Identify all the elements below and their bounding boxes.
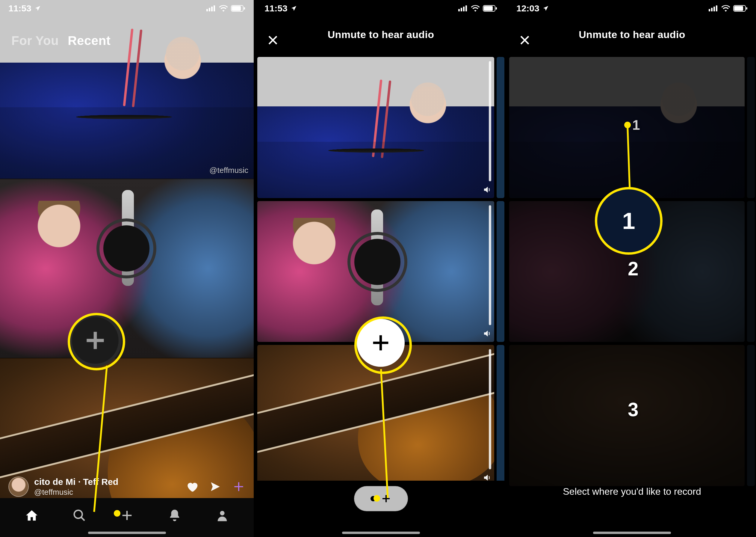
clip-grid bbox=[256, 57, 506, 486]
grid-cell-next[interactable] bbox=[497, 345, 505, 486]
grid-cell-vocals[interactable] bbox=[257, 201, 494, 342]
bottom-toolbar bbox=[256, 481, 506, 537]
screen-grid: 11:53 bbox=[256, 0, 506, 537]
svg-point-8 bbox=[220, 511, 224, 516]
modal-title: Unmute to hear audio bbox=[579, 29, 685, 40]
svg-rect-18 bbox=[713, 7, 715, 11]
clip-vocals[interactable] bbox=[0, 179, 254, 358]
cellular-signal-icon bbox=[709, 5, 718, 11]
svg-rect-11 bbox=[463, 7, 465, 11]
grid-cell-next[interactable] bbox=[747, 345, 755, 486]
speaker-icon[interactable] bbox=[482, 184, 492, 195]
post-title: cito de Mi · Teff Red bbox=[34, 477, 118, 487]
status-time: 12:03 bbox=[516, 3, 540, 14]
close-button[interactable] bbox=[264, 32, 281, 49]
grid-cell-drums[interactable] bbox=[257, 57, 494, 198]
grid-cell-guitar[interactable] bbox=[257, 345, 494, 486]
heart-icon[interactable] bbox=[185, 480, 199, 493]
svg-rect-13 bbox=[483, 5, 495, 11]
tab-for-you[interactable]: For You bbox=[11, 34, 59, 48]
battery-icon bbox=[483, 5, 497, 12]
modal-title: Unmute to hear audio bbox=[328, 29, 434, 40]
svg-point-7 bbox=[74, 510, 82, 518]
record-dot-icon bbox=[370, 496, 376, 501]
grid-cell-drums[interactable] bbox=[509, 57, 745, 198]
annotation-label-1: 1 bbox=[632, 117, 640, 133]
cell-number-1: 1 bbox=[622, 207, 635, 235]
svg-rect-21 bbox=[734, 6, 743, 11]
svg-rect-17 bbox=[711, 8, 713, 11]
battery-icon bbox=[733, 5, 748, 12]
bottom-hint: Select where you'd like to record bbox=[508, 481, 756, 537]
modal-header: Unmute to hear audio bbox=[508, 29, 756, 40]
svg-rect-16 bbox=[709, 9, 710, 11]
speaker-icon[interactable] bbox=[482, 328, 492, 339]
svg-rect-14 bbox=[484, 6, 493, 11]
tab-recent[interactable]: Recent bbox=[68, 34, 110, 48]
avatar[interactable] bbox=[8, 476, 29, 497]
screen-feed: 11:53 bbox=[0, 0, 254, 537]
grid-cell-next[interactable] bbox=[747, 201, 755, 342]
svg-rect-20 bbox=[734, 5, 745, 11]
post-user[interactable]: @teffmusic bbox=[34, 487, 118, 497]
grid-cell-guitar[interactable] bbox=[509, 345, 745, 486]
cell-number-2: 2 bbox=[628, 258, 639, 280]
status-time: 11:53 bbox=[264, 3, 287, 14]
location-arrow-icon bbox=[290, 5, 297, 12]
record-pill[interactable] bbox=[354, 486, 408, 511]
screen-select: 12:03 bbox=[508, 0, 756, 537]
status-bar: 12:03 bbox=[508, 0, 756, 15]
search-icon[interactable] bbox=[70, 506, 89, 525]
wifi-icon bbox=[471, 5, 480, 12]
wifi-icon bbox=[721, 5, 730, 12]
feed[interactable]: @teffmusic @teffmusic bbox=[0, 0, 254, 537]
feed-tabs: For You Recent bbox=[0, 34, 254, 48]
cell-number-3: 3 bbox=[628, 398, 639, 421]
volume-slider[interactable] bbox=[489, 349, 491, 469]
grid-cell-next[interactable] bbox=[497, 57, 505, 198]
svg-rect-9 bbox=[458, 9, 460, 11]
plus-icon bbox=[381, 493, 392, 504]
hint-text: Select where you'd like to record bbox=[563, 486, 701, 497]
clip-drums[interactable]: @teffmusic bbox=[0, 0, 254, 179]
cellular-signal-icon bbox=[458, 5, 468, 11]
create-icon[interactable] bbox=[117, 506, 136, 525]
selected-slot-1: 1 bbox=[595, 187, 662, 255]
home-indicator bbox=[88, 532, 166, 534]
status-bar: 11:53 bbox=[256, 0, 506, 15]
post-info-bar: cito de Mi · Teff Red @teffmusic bbox=[0, 471, 254, 502]
grid-cell-next[interactable] bbox=[747, 57, 755, 198]
svg-rect-22 bbox=[746, 7, 747, 10]
svg-rect-19 bbox=[716, 5, 717, 11]
close-button[interactable] bbox=[516, 32, 533, 49]
modal-header: Unmute to hear audio bbox=[256, 29, 506, 40]
volume-slider[interactable] bbox=[489, 61, 491, 181]
home-indicator bbox=[342, 532, 420, 534]
svg-rect-10 bbox=[461, 8, 462, 11]
watermark: @teffmusic bbox=[209, 166, 248, 175]
volume-slider[interactable] bbox=[489, 205, 491, 325]
svg-rect-12 bbox=[466, 5, 467, 11]
svg-rect-15 bbox=[496, 7, 497, 10]
bell-icon[interactable] bbox=[165, 506, 184, 525]
bottom-nav bbox=[0, 498, 254, 537]
profile-icon[interactable] bbox=[213, 506, 232, 525]
share-icon[interactable] bbox=[209, 480, 222, 493]
location-arrow-icon bbox=[543, 5, 549, 12]
home-icon[interactable] bbox=[22, 506, 41, 525]
grid-cell-next[interactable] bbox=[497, 201, 505, 342]
plus-icon[interactable] bbox=[232, 480, 245, 493]
